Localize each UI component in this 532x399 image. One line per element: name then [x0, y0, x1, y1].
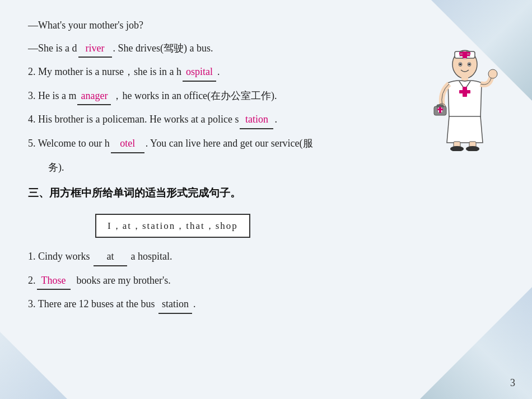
line-1: —What's your mother's job?	[28, 17, 504, 34]
blank-tation: tation	[240, 111, 273, 129]
blank-station: station	[158, 295, 192, 314]
s3-line-1-prefix: 1. Cindy works	[28, 248, 90, 265]
line-6b: 务).	[48, 159, 504, 176]
word-box-container: I，at，station，that，shop	[28, 208, 504, 248]
line-4-prefix: 3. He is a m	[28, 87, 76, 105]
word-box: I，at，station，that，shop	[95, 214, 250, 238]
main-content: —What's your mother's job? —She is a dri…	[0, 0, 532, 331]
blank-anager: anager	[77, 87, 111, 106]
s3-line-1-suffix: a hospital.	[131, 248, 172, 265]
line-3: 2. My mother is a nurse，she is in a hosp…	[28, 63, 504, 82]
line-2-suffix: . She drives(驾驶) a bus.	[113, 40, 213, 57]
blank-river: river	[78, 40, 112, 58]
section3: 1. Cindy works at a hospital. 2. Those b…	[28, 248, 504, 314]
section3-title: 三、用方框中所给单词的适当形式完成句子。	[28, 186, 504, 200]
line-5: 4. His brother is a policeman. He works …	[28, 111, 504, 129]
s3-line-2-number: 2.	[28, 272, 36, 289]
line-2: —She is a driver. She drives(驾驶) a bus.	[28, 40, 504, 58]
blank-those: Those	[37, 272, 71, 290]
line-5-suffix: .	[274, 111, 277, 128]
line-6-suffix: . You can live here and get our service(…	[146, 135, 313, 152]
line-1-text: —What's your mother's job?	[28, 17, 143, 34]
line-3-prefix: 2. My mother is a nurse，she is in a h	[28, 63, 181, 81]
section2: —What's your mother's job? —She is a dri…	[28, 17, 504, 176]
page-number: 3	[510, 377, 515, 389]
s3-line-2-suffix: books are my brother's.	[72, 272, 171, 289]
line-6: 5. Welcome to our hotel. You can live he…	[28, 135, 504, 153]
blank-otel: otel	[111, 135, 144, 153]
bg-decoration-bottom-left	[0, 332, 67, 399]
blank-at: at	[94, 248, 127, 266]
line-5-prefix: 4. His brother is a policeman. He works …	[28, 111, 239, 128]
s3-line-3: 3. There are 12 buses at the bus station…	[28, 295, 504, 314]
s3-line-2: 2. Those books are my brother's.	[28, 272, 504, 290]
line-4: 3. He is a manager，he works in an office…	[28, 87, 504, 106]
line-3-suffix: .	[217, 63, 220, 81]
blank-ospital: ospital	[183, 63, 216, 82]
line-4-suffix: ，he works in an office(在办公室工作).	[112, 87, 277, 105]
line-6-prefix: 5. Welcome to our h	[28, 135, 110, 152]
line-6b-text: 务).	[48, 159, 64, 176]
s3-line-1: 1. Cindy works at a hospital.	[28, 248, 504, 266]
s3-line-3-suffix: .	[193, 295, 196, 313]
line-2-prefix: —She is a d	[28, 40, 77, 57]
s3-line-3-prefix: 3. There are 12 buses at the bus	[28, 295, 155, 313]
